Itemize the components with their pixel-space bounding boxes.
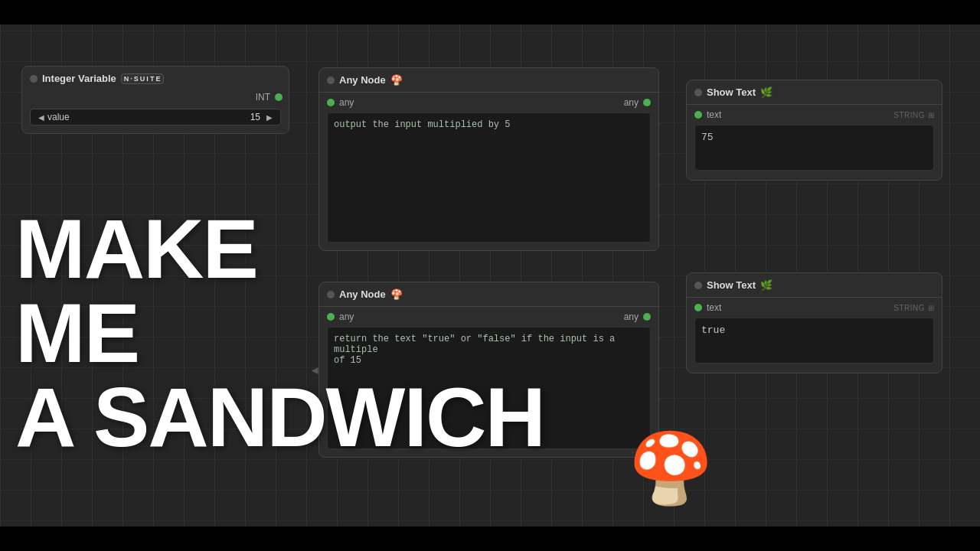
integer-port-row: INT bbox=[22, 90, 289, 106]
show-text-bottom-node: Show Text 🌿 text STRING ⊞ true bbox=[686, 272, 942, 373]
show-text-top-node: Show Text 🌿 text STRING ⊞ 75 bbox=[686, 80, 942, 181]
value-control: ◀ value 15 ▶ bbox=[30, 109, 281, 126]
any-node-bottom-textarea[interactable]: return the text "true" or "false" if the… bbox=[327, 327, 651, 449]
integer-output-port[interactable] bbox=[275, 93, 283, 101]
show-text-top-output: 75 bbox=[694, 125, 934, 171]
any-node-bottom-left-label: any bbox=[339, 311, 354, 322]
any-node-top-right-port[interactable] bbox=[643, 99, 651, 106]
show-text-top-port-row: text STRING ⊞ bbox=[687, 105, 942, 125]
any-node-bottom-header: Any Node 🍄 ◂ bbox=[319, 282, 658, 307]
int-port-label: INT bbox=[256, 92, 270, 103]
top-bar bbox=[0, 0, 980, 24]
show-text-top-dot bbox=[694, 89, 702, 96]
bottom-bar bbox=[0, 527, 980, 551]
show-text-bottom-port[interactable] bbox=[694, 304, 702, 311]
show-text-bottom-port-row: text STRING ⊞ bbox=[687, 298, 942, 318]
integer-node-dot bbox=[30, 75, 38, 83]
any-node-bottom-right-port[interactable] bbox=[643, 313, 651, 321]
show-text-bottom-emoji: 🌿 bbox=[760, 279, 773, 291]
show-text-bottom-dot bbox=[694, 282, 702, 289]
any-node-bottom-title: Any Node bbox=[339, 289, 386, 300]
value-decrease-button[interactable]: ◀ bbox=[35, 113, 47, 122]
any-node-top-textarea[interactable]: output the input multiplied by 5 bbox=[327, 112, 651, 243]
any-node-bottom: Any Node 🍄 ◂ any any return the text "tr… bbox=[318, 282, 659, 458]
integer-node-header: Integer Variable N·SUITE bbox=[22, 67, 289, 90]
value-number: 15 bbox=[250, 112, 260, 122]
any-node-bottom-ports: any any bbox=[319, 307, 658, 327]
any-node-top-header: Any Node 🍄 bbox=[319, 68, 658, 93]
integer-node-title: Integer Variable bbox=[42, 73, 116, 84]
show-text-top-grid-icon: ⊞ bbox=[928, 111, 934, 119]
any-node-top: Any Node 🍄 any any output the input mult… bbox=[318, 67, 659, 251]
any-node-bottom-left-arrow: ◂ bbox=[312, 363, 318, 377]
show-text-bottom-title: Show Text bbox=[707, 279, 756, 291]
any-node-top-left-label: any bbox=[339, 97, 354, 108]
any-node-top-left-port[interactable] bbox=[327, 99, 335, 106]
show-text-top-port-label: text bbox=[707, 109, 721, 120]
any-node-top-title: Any Node bbox=[339, 74, 386, 86]
show-text-top-emoji: 🌿 bbox=[760, 86, 773, 98]
show-text-top-type-label: STRING bbox=[893, 111, 925, 119]
show-text-top-title: Show Text bbox=[707, 86, 756, 98]
show-text-bottom-type-label: STRING bbox=[893, 304, 925, 312]
show-text-bottom-output: true bbox=[694, 318, 934, 364]
any-node-bottom-left-port[interactable] bbox=[327, 313, 335, 321]
any-node-bottom-dot bbox=[327, 291, 335, 298]
any-node-top-right-label: any bbox=[624, 97, 639, 108]
any-node-bottom-right-label: any bbox=[624, 311, 639, 322]
show-text-top-header: Show Text 🌿 bbox=[687, 80, 942, 105]
value-label: value bbox=[47, 112, 250, 122]
value-increase-button[interactable]: ▶ bbox=[263, 113, 276, 122]
any-node-top-emoji: 🍄 bbox=[390, 74, 403, 86]
integer-node-badge: N·SUITE bbox=[121, 73, 165, 84]
any-node-top-dot bbox=[327, 77, 335, 84]
show-text-top-port[interactable] bbox=[694, 111, 702, 119]
integer-variable-node: Integer Variable N·SUITE INT ◀ value 15 … bbox=[21, 66, 289, 134]
show-text-bottom-grid-icon: ⊞ bbox=[928, 304, 934, 312]
any-node-bottom-emoji: 🍄 bbox=[390, 289, 403, 300]
show-text-bottom-port-label: text bbox=[707, 302, 721, 313]
any-node-top-ports: any any bbox=[319, 93, 658, 112]
show-text-bottom-header: Show Text 🌿 bbox=[687, 273, 942, 298]
